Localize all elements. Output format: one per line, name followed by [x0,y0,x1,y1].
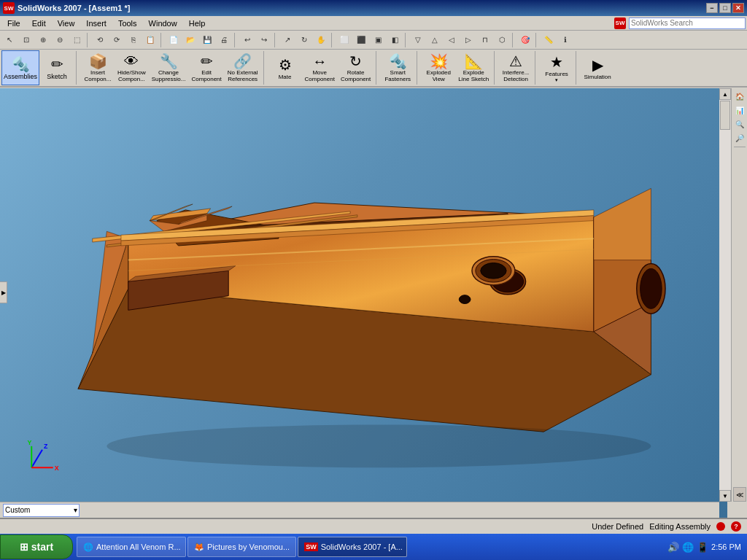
tb-view-orient[interactable]: 🎯 [517,32,533,48]
menu-help[interactable]: Help [183,18,212,29]
maximize-button[interactable]: □ [719,3,731,13]
tb-copy[interactable]: ⎘ [125,32,142,48]
tb-shaded-edges[interactable]: ▣ [370,32,386,48]
rp-search-button[interactable]: 🔍 [733,117,746,131]
tb2-sep-6 [535,51,538,85]
btn-interference[interactable]: ⚠ Interfere...Detection [500,50,532,85]
tb-view-front[interactable]: ▽ [410,32,426,48]
taskbar-clock: 2:56 PM [711,542,741,551]
tb-shaded[interactable]: ⬛ [353,32,369,48]
tb-undo[interactable]: ↩ [239,32,255,48]
taskbar-sw-icon: SW [304,542,318,551]
change-suppression-icon: 🔧 [160,52,178,70]
sketch-icon: ✏ [51,55,63,73]
menu-tools[interactable]: Tools [112,18,143,29]
btn-rotate-component[interactable]: ↻ RotateComponent [338,50,373,85]
minimize-button[interactable]: − [706,3,718,13]
tb-view-top[interactable]: ⊓ [477,32,493,48]
btn-no-external[interactable]: 🔗 No ExternalReferences [225,50,260,85]
tb-hidden[interactable]: ◧ [387,32,403,48]
btn-features[interactable]: ★ Features ▾ [541,50,573,85]
close-button[interactable]: ✕ [732,3,744,13]
svg-text:Y: Y [27,439,31,446]
simulation-icon: ▶ [592,56,603,74]
btn-exploded-view[interactable]: 💥 ExplodedView [422,50,454,85]
tb-measure[interactable]: 📏 [541,32,557,48]
menu-file[interactable]: File [1,18,26,29]
tb-open[interactable]: 📂 [182,32,198,48]
tb-view-right[interactable]: ▷ [460,32,476,48]
btn-explode-line[interactable]: 📐 ExplodeLine Sketch [456,50,491,85]
tb-props[interactable]: ℹ [557,32,573,48]
status-editing: Editing Assembly [649,522,711,531]
tb-view-back[interactable]: △ [427,32,443,48]
tb-select2[interactable]: ↗ [279,32,295,48]
start-button[interactable]: ⊞ start [0,534,73,559]
windows-taskbar: ⊞ start 🌐 Attention All Venom R... 🦊 Pic… [0,534,747,560]
status-bar: Under Defined Editing Assembly ? [0,518,747,534]
btn-edit-component[interactable]: ✏ EditComponent [189,50,223,85]
btn-simulation[interactable]: ▶ Simulation [581,50,614,85]
view-dropdown[interactable]: Custom ▾ [3,504,80,517]
taskbar-item-solidworks[interactable]: SW SolidWorks 2007 - [A... [298,537,407,557]
tb-sep-1 [87,33,90,47]
btn-rotate-component-label: RotateComponent [341,70,371,83]
btn-change-suppression[interactable]: 🔧 ChangeSuppressio... [150,50,188,85]
btn-interference-label: Interfere...Detection [503,70,529,83]
taskbar-tray: 🔊 🌐 📱 2:56 PM [667,542,747,553]
tb-force-rebuild[interactable]: ⟳ [109,32,125,48]
tb-paste[interactable]: 📋 [142,32,158,48]
tb-select[interactable]: ↖ [1,32,18,48]
rp-chart-button[interactable]: 📊 [733,104,746,117]
tb-wire[interactable]: ⬜ [336,32,352,48]
btn-move-component[interactable]: ↔ MoveComponent [303,50,337,85]
tb-redo[interactable]: ↪ [256,32,272,48]
scroll-thumb[interactable] [720,101,730,130]
rp-home-button[interactable]: 🏠 [733,90,746,103]
edit-component-icon: ✏ [201,52,213,70]
title-bar: SW SolidWorks 2007 - [Assem1 *] − □ ✕ [0,0,747,16]
btn-insert-component[interactable]: 📦 InsertCompon... [82,50,114,85]
status-help-button[interactable]: ? [731,521,741,532]
taskbar-item-browser1[interactable]: 🌐 Attention All Venom R... [77,537,186,557]
btn-smart-fasteners[interactable]: 🔩 SmartFasteners [382,50,414,85]
menu-window[interactable]: Window [143,18,183,29]
scroll-down-button[interactable]: ▼ [719,490,731,502]
tb-pan[interactable]: ✋ [313,32,329,48]
mate-icon: ⚙ [279,56,292,74]
tb-zoom-in[interactable]: ⊕ [35,32,51,48]
title-bar-controls: − □ ✕ [706,3,744,13]
scroll-up-button[interactable]: ▲ [719,88,731,100]
tb-zoom-out[interactable]: ⊖ [52,32,68,48]
tb-print[interactable]: 🖨 [216,32,232,48]
tb-view-left[interactable]: ◁ [444,32,460,48]
tb-view-iso[interactable]: ⬡ [494,32,510,48]
btn-mate[interactable]: ⚙ Mate [269,50,301,85]
svg-text:Z: Z [44,443,48,450]
rp-zoom-button[interactable]: 🔎 [733,131,746,144]
tb-rotate[interactable]: ↻ [296,32,312,48]
menu-insert[interactable]: Insert [80,18,112,29]
tb-zoom-fit[interactable]: ⊡ [18,32,34,48]
tb-sep-4 [274,33,277,47]
tb-save[interactable]: 💾 [199,32,215,48]
3d-model-svg: Z Y X [0,88,708,518]
rp-collapse-button[interactable]: ≪ [733,487,746,502]
tb-zoom-area[interactable]: ⬚ [69,32,85,48]
menu-bar: File Edit View Insert Tools Window Help … [0,16,747,31]
btn-hide-show[interactable]: 👁 Hide/ShowCompon... [115,50,148,85]
menu-view[interactable]: View [52,18,81,29]
tab-sketch[interactable]: ✏ Sketch [41,50,73,85]
menu-edit[interactable]: Edit [26,18,52,29]
features-arrow: ▾ [555,77,558,83]
btn-smart-fasteners-label: SmartFasteners [384,70,411,83]
tb-new[interactable]: 📄 [166,32,182,48]
exploded-view-icon: 💥 [430,52,448,70]
left-panel-toggle[interactable]: ▶ [0,281,7,303]
taskbar-item-browser2[interactable]: 🦊 Pictures by Venomou... [187,537,296,557]
tab-assemblies[interactable]: 🔩 Assemblies [1,50,39,85]
tb2-sep-5 [494,51,497,85]
tb-rebuild[interactable]: ⟲ [92,32,108,48]
3d-viewport[interactable]: Z Y X ▶ [0,88,727,518]
search-input[interactable] [629,18,746,29]
